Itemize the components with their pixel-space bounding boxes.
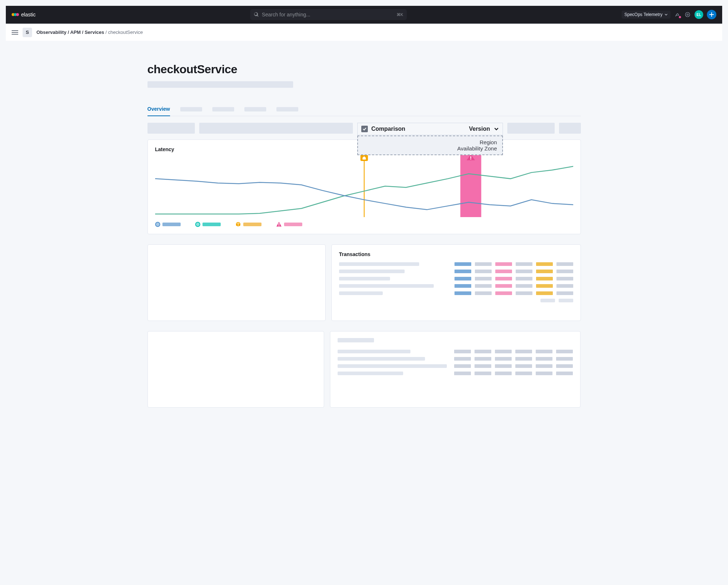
sub-header: S Observability / APM / Services / check… xyxy=(6,23,722,41)
chevron-down-icon xyxy=(494,126,499,131)
table-row[interactable] xyxy=(339,262,573,266)
subtitle-placeholder xyxy=(147,81,293,88)
svg-rect-6 xyxy=(279,225,279,226)
help-icon[interactable] xyxy=(684,11,691,18)
tab-placeholder[interactable] xyxy=(212,107,234,111)
brand-logo[interactable]: elastic xyxy=(12,12,36,17)
table-row[interactable] xyxy=(339,284,573,288)
deploy-marker-icon xyxy=(360,155,368,161)
brand-text: elastic xyxy=(21,12,36,17)
table-footer xyxy=(339,299,573,302)
table-row[interactable] xyxy=(338,350,573,353)
comparison-label: Comparison xyxy=(371,126,405,132)
breadcrumb[interactable]: Observability / APM / Services / checkou… xyxy=(36,30,143,35)
latency-chart xyxy=(155,155,573,217)
filter-placeholder[interactable] xyxy=(147,123,195,134)
table-row[interactable] xyxy=(338,364,573,368)
side-panel-1 xyxy=(147,244,326,321)
table-row[interactable] xyxy=(339,270,573,273)
table-row[interactable] xyxy=(339,291,573,295)
legend-circle-icon xyxy=(155,222,160,227)
plus-icon xyxy=(709,12,714,17)
table-row[interactable] xyxy=(339,277,573,280)
cube-icon xyxy=(235,221,241,227)
legend-item-deploy[interactable] xyxy=(235,221,261,227)
add-button[interactable] xyxy=(707,10,716,19)
chart-legend xyxy=(155,221,573,227)
service-tabs: Overview xyxy=(147,102,581,116)
legend-item-alert[interactable] xyxy=(276,221,302,227)
alert-icon xyxy=(276,221,282,227)
alert-band xyxy=(460,155,481,217)
notification-dot-icon xyxy=(679,16,681,18)
filter-placeholder[interactable] xyxy=(559,123,581,134)
side-panel-2 xyxy=(147,331,324,408)
comparison-dropdown: Region Availability Zone xyxy=(357,136,503,155)
filter-placeholder[interactable] xyxy=(507,123,555,134)
svg-point-0 xyxy=(685,12,690,17)
legend-item-teal[interactable] xyxy=(195,222,221,227)
dropdown-option-az[interactable]: Availability Zone xyxy=(363,145,497,152)
chevron-down-icon xyxy=(665,13,668,16)
newsfeed-icon[interactable] xyxy=(674,11,681,18)
search-icon xyxy=(254,12,259,17)
logo-icon xyxy=(12,13,19,16)
legend-item-blue[interactable] xyxy=(155,222,181,227)
tab-overview[interactable]: Overview xyxy=(147,102,170,116)
search-shortcut: ⌘K xyxy=(397,12,403,17)
table-row[interactable] xyxy=(338,357,573,361)
svg-rect-3 xyxy=(470,156,471,158)
table-row[interactable] xyxy=(338,372,573,375)
search-placeholder: Search for anything... xyxy=(262,12,310,17)
transactions-title: Transactions xyxy=(339,251,573,257)
filter-placeholder[interactable] xyxy=(199,123,353,134)
global-search[interactable]: Search for anything... ⌘K xyxy=(250,9,407,20)
global-header: elastic Search for anything... ⌘K SpecOp… xyxy=(6,6,722,23)
filters-row: Comparison Version Region Availability Z… xyxy=(147,123,581,135)
svg-point-1 xyxy=(687,14,688,15)
comparison-selected: Version xyxy=(469,126,490,132)
deployment-selector[interactable]: SpecOps Telemetry xyxy=(622,11,671,19)
user-avatar[interactable]: EL xyxy=(694,10,703,19)
svg-rect-5 xyxy=(279,223,279,225)
tab-placeholder[interactable] xyxy=(276,107,298,111)
tab-placeholder[interactable] xyxy=(180,107,202,111)
legend-circle-icon xyxy=(195,222,200,227)
panel-title-placeholder xyxy=(338,338,374,342)
svg-rect-4 xyxy=(470,159,471,160)
lower-table-panel xyxy=(330,331,581,408)
checkbox-checked-icon[interactable] xyxy=(361,126,368,132)
dropdown-option-region[interactable]: Region xyxy=(363,139,497,145)
page-title: checkoutService xyxy=(147,63,581,76)
nav-toggle-icon[interactable] xyxy=(12,30,18,35)
comparison-toggle[interactable]: Comparison Version Region Availability Z… xyxy=(357,123,503,135)
transactions-panel: Transactions xyxy=(331,244,581,321)
tab-placeholder[interactable] xyxy=(244,107,266,111)
page-content: checkoutService Overview Comparison Vers… xyxy=(137,41,592,419)
space-badge[interactable]: S xyxy=(23,28,32,37)
